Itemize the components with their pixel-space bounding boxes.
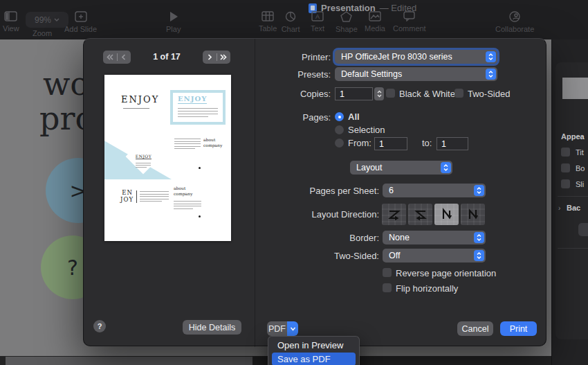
pdf-dropdown-menu: Open in Preview Save as PDF: [268, 336, 360, 365]
bottom-slide-strip: [6, 357, 252, 365]
mini-slide1-title: ENJOY: [121, 94, 159, 105]
reverse-orientation-checkbox[interactable]: [383, 268, 392, 277]
print-dialog: 1 of 17 ENJOY ENJOY: [83, 38, 546, 346]
disclosure-chevron-icon[interactable]: ›: [558, 204, 560, 212]
copies-stepper[interactable]: [374, 87, 384, 100]
border-label: Border:: [268, 231, 379, 244]
print-preview-page: ENJOY ENJOY ENJOY: [104, 75, 231, 241]
menu-item-open-in-preview[interactable]: Open in Preview: [268, 339, 359, 352]
comment-button[interactable]: Comment: [393, 11, 426, 33]
zoom-label: Zoom: [33, 29, 52, 37]
mini-slide6-caption: about company: [174, 186, 194, 197]
view-button[interactable]: View: [3, 11, 19, 33]
layout-direction-label: Layout Direction:: [268, 207, 379, 221]
panel-divider: [558, 196, 588, 197]
appearance-heading: Appea: [561, 132, 585, 141]
layout-direction-z-left[interactable]: [408, 204, 432, 225]
printer-label: Printer:: [220, 50, 331, 64]
zoom-level-button[interactable]: 99%: [26, 12, 68, 28]
printer-popup[interactable]: HP OfficeJet Pro 8030 series: [335, 50, 497, 64]
chart-button[interactable]: Text Chart: [284, 11, 297, 33]
format-panel-body: [555, 62, 588, 339]
collaborate-icon: [508, 11, 521, 22]
print-button[interactable]: Print: [500, 321, 537, 336]
mini-slide4-dot: [199, 167, 201, 169]
layout-direction-down-right[interactable]: [434, 204, 459, 225]
presets-label: Presets:: [220, 67, 331, 81]
format-panel: Appea Tit Bo Sli › Bac: [551, 39, 588, 365]
flip-horizontally-checkbox[interactable]: [383, 283, 392, 292]
first-page-icon[interactable]: [103, 51, 117, 64]
black-white-checkbox[interactable]: [386, 89, 395, 98]
format-thumbnail: [562, 78, 588, 99]
pages-from-radio[interactable]: [335, 139, 344, 148]
border-popup[interactable]: None: [383, 231, 486, 244]
play-icon: [169, 11, 178, 22]
presets-popup[interactable]: Default Settings: [335, 67, 497, 81]
comment-icon: [403, 11, 415, 21]
toolbar: Presentation — Edited View 99% Zoom Add …: [0, 0, 588, 39]
two-sided-checkbox[interactable]: [454, 89, 463, 98]
pages-all-label: All: [348, 112, 360, 122]
pdf-menu-button[interactable]: PDF: [267, 321, 298, 336]
hide-details-button[interactable]: Hide Details: [183, 320, 241, 335]
copies-field[interactable]: 1: [335, 87, 373, 100]
table-button[interactable]: Table: [259, 11, 277, 33]
add-slide-icon: [75, 11, 87, 22]
black-white-label: Black & White: [399, 89, 455, 99]
pages-per-sheet-label: Pages per Sheet:: [268, 184, 379, 197]
body-checkbox[interactable]: [561, 163, 570, 172]
to-field[interactable]: 1: [437, 137, 468, 150]
to-label: to:: [422, 138, 432, 148]
dialog-divider: [255, 39, 255, 347]
popup-stepper-icon: [474, 232, 484, 243]
title-checkbox[interactable]: [561, 148, 570, 157]
table-icon: [261, 11, 274, 21]
from-field[interactable]: 1: [374, 137, 407, 150]
next-page-icon[interactable]: [203, 51, 217, 64]
pages-all-radio[interactable]: [335, 112, 344, 121]
reverse-orientation-label: Reverse page orientation: [396, 268, 496, 278]
copies-label: Copies:: [220, 87, 331, 100]
pages-selection-radio[interactable]: [335, 125, 344, 134]
z-left-icon: [414, 208, 428, 222]
play-button[interactable]: Play: [166, 11, 181, 33]
text-icon: A: [311, 11, 324, 21]
flip-horizontally-label: Flip horizontally: [396, 283, 458, 294]
mini-slide2-frame: ENJOY: [170, 90, 226, 125]
page-indicator: 1 of 17: [125, 52, 208, 62]
background-disclosure-label: Bac: [567, 204, 580, 212]
help-button[interactable]: ?: [93, 320, 106, 332]
two-sided-label: Two-Sided:: [268, 249, 379, 262]
popup-stepper-icon: [486, 51, 496, 62]
add-slide-button[interactable]: Add Slide: [64, 11, 97, 33]
two-sided-popup[interactable]: Off: [383, 249, 486, 262]
shape-button[interactable]: Shape: [336, 11, 358, 33]
mini-slide5-title: EN JOY: [120, 190, 133, 203]
mini-slide3-title: ENJOY: [136, 154, 151, 159]
two-sided-checkbox-label: Two-Sided: [468, 89, 510, 99]
layout-direction-z-right[interactable]: [382, 204, 406, 225]
svg-text:A: A: [315, 13, 320, 20]
down-left-icon: [466, 208, 480, 222]
chart-icon: [285, 11, 296, 22]
collaborate-button[interactable]: Collaborate: [495, 11, 534, 33]
sidebar-icon: [4, 11, 17, 21]
layout-direction-down-left[interactable]: [461, 204, 485, 225]
print-section-popup[interactable]: Layout: [350, 161, 452, 175]
menu-item-save-as-pdf[interactable]: Save as PDF: [272, 353, 356, 365]
cancel-button[interactable]: Cancel: [457, 321, 493, 336]
pages-selection-label: Selection: [348, 125, 385, 135]
title-checkbox-label: Tit: [576, 148, 584, 157]
slide-number-checkbox[interactable]: [561, 179, 570, 188]
popup-stepper-icon: [474, 185, 484, 196]
panel-divider2: [558, 248, 588, 249]
popup-stepper-icon: [474, 250, 484, 261]
down-right-icon: [440, 208, 454, 222]
media-button[interactable]: Media: [365, 11, 385, 33]
panel-button[interactable]: [578, 223, 588, 236]
chevron-down-icon: [54, 18, 59, 21]
text-button[interactable]: A Text: [311, 11, 324, 33]
pages-per-sheet-popup[interactable]: 6: [383, 184, 486, 197]
popup-stepper-icon: [441, 162, 451, 173]
